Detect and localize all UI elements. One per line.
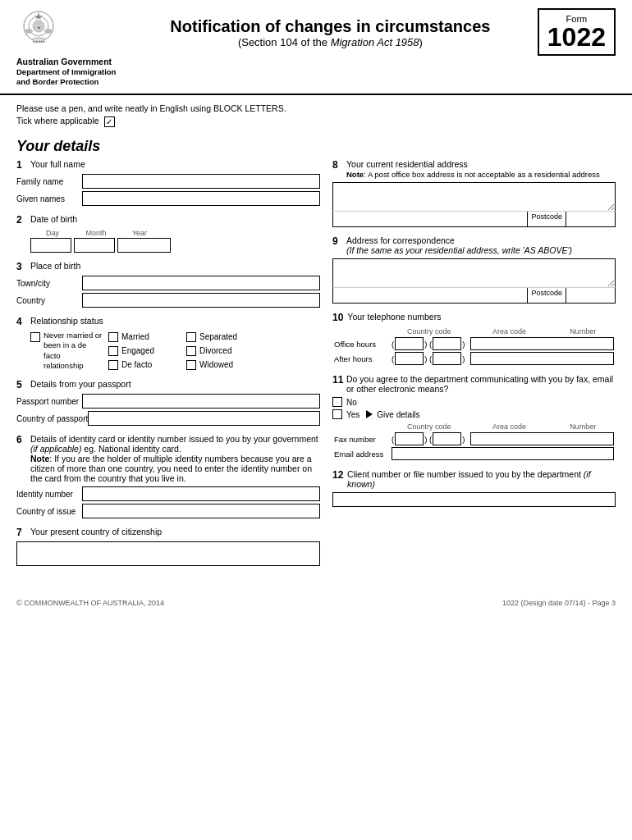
copyright-label: © COMMONWEALTH OF AUSTRALIA, 2014 (16, 599, 164, 607)
identity-number-input[interactable] (82, 486, 320, 501)
number-header: Number (550, 326, 616, 336)
yes-checkbox[interactable] (332, 409, 342, 419)
q8-postcode-input[interactable] (566, 212, 615, 226)
engaged-option[interactable]: Engaged (108, 345, 182, 357)
fax-area-code-input[interactable] (433, 432, 461, 445)
arrow-icon (366, 410, 373, 418)
birth-country-input[interactable] (82, 293, 320, 308)
fax-number-input[interactable] (470, 432, 614, 445)
engaged-checkbox[interactable] (108, 346, 118, 356)
q1-block: 1 Your full name Family name Given names (16, 159, 320, 206)
gov-label: Australian Government (16, 57, 112, 67)
never-married-label: Never married orbeen in a de factorelati… (44, 331, 104, 371)
q12-label: Client number or file number issued to y… (347, 469, 616, 489)
never-married-option[interactable]: Never married orbeen in a de factorelati… (30, 331, 104, 371)
given-names-label: Given names (16, 194, 82, 203)
office-country-code-input[interactable] (395, 337, 424, 350)
after-country-code-input[interactable] (395, 352, 424, 365)
svg-point-6 (44, 29, 53, 34)
q8-label: Your current residential address Note: A… (346, 159, 600, 179)
email-input[interactable] (392, 447, 614, 460)
dob-labels: Day Month Year (30, 229, 320, 237)
q2-number: 2 (16, 214, 26, 226)
divorced-option[interactable]: Divorced (186, 345, 285, 357)
town-label: Town/city (16, 279, 82, 288)
office-area-code-input[interactable] (433, 337, 461, 350)
q9-postcode-input[interactable] (566, 288, 615, 303)
correspondence-address-input[interactable] (332, 258, 616, 287)
identity-number-label: Identity number (16, 490, 82, 499)
dob-month-input[interactable] (74, 238, 115, 253)
widowed-label: Widowed (199, 360, 233, 369)
q8-postcode-label: Postcode (527, 212, 566, 226)
yes-label: Yes (346, 410, 360, 419)
passport-country-input[interactable] (88, 411, 320, 426)
q2-label: Date of birth (30, 214, 77, 224)
passport-number-input[interactable] (82, 394, 320, 409)
q2-block: 2 Date of birth Day Month Year (16, 214, 320, 253)
q10-number: 10 (332, 312, 343, 323)
instruction-line1: Please use a pen, and write neatly in En… (16, 103, 616, 113)
passport-number-label: Passport number (16, 397, 82, 406)
q12-block: 12 Client number or file number issued t… (332, 469, 616, 507)
married-checkbox[interactable] (108, 332, 118, 342)
header: ✦ ✦✦✦✦✦ Australian Government Department… (0, 0, 632, 95)
q10-block: 10 Your telephone numbers Country code A… (332, 312, 616, 366)
defacto-checkbox[interactable] (108, 360, 118, 370)
q7-label: Your present country of citizenship (30, 527, 162, 536)
form-number-box: Form 1022 (538, 8, 616, 56)
widowed-option[interactable]: Widowed (186, 358, 285, 371)
widowed-checkbox[interactable] (186, 360, 196, 370)
your-details-heading: Your details (16, 138, 616, 155)
office-hours-row: Office hours () () (332, 336, 616, 351)
q9-postcode-row: Postcode (332, 287, 616, 304)
town-input[interactable] (82, 276, 320, 290)
design-label: 1022 (Design date 07/14) - Page 3 (502, 599, 616, 607)
instructions: Please use a pen, and write neatly in En… (0, 95, 632, 134)
married-option[interactable]: Married (108, 331, 182, 343)
logo-block: ✦ ✦✦✦✦✦ Australian Government Department… (16, 8, 123, 87)
dob-day-input[interactable] (30, 238, 71, 253)
day-label: Day (32, 229, 73, 237)
family-name-input[interactable] (82, 174, 320, 189)
fax-label: Fax number (332, 431, 390, 446)
q5-block: 5 Details from your passport Passport nu… (16, 379, 320, 426)
q4-number: 4 (16, 316, 26, 327)
q9-label: Address for correspondence (If the same … (346, 235, 572, 255)
q3-number: 3 (16, 261, 26, 272)
q7-block: 7 Your present country of citizenship (16, 527, 320, 566)
residential-address-input[interactable] (332, 182, 616, 211)
divorced-checkbox[interactable] (186, 346, 196, 356)
citizenship-input[interactable] (16, 541, 320, 566)
section-title: Your details (0, 134, 632, 159)
separated-checkbox[interactable] (186, 332, 196, 342)
divorced-label: Divorced (199, 346, 231, 355)
after-number-input[interactable] (470, 352, 614, 365)
passport-country-label: Country of passport (16, 414, 88, 423)
after-hours-label: After hours (332, 351, 390, 366)
country-issue-input[interactable] (82, 504, 320, 518)
separated-label: Separated (199, 332, 237, 341)
q3-block: 3 Place of birth Town/city Country (16, 261, 320, 308)
defacto-option[interactable]: De facto (108, 358, 182, 371)
header-title: Notification of changes in circumstances… (131, 8, 529, 48)
passport-number-row: Passport number (16, 394, 320, 409)
given-names-row: Given names (16, 191, 320, 206)
instruction-line2: Tick where applicable ✓ (16, 116, 616, 127)
client-number-input[interactable] (332, 492, 616, 507)
dob-year-input[interactable] (117, 238, 171, 253)
right-column: 8 Your current residential address Note:… (332, 159, 616, 574)
fax-country-code-header: Country code (390, 422, 469, 431)
q1-label: Your full name (30, 159, 85, 169)
after-hours-row: After hours () () (332, 351, 616, 366)
office-number-input[interactable] (470, 337, 614, 350)
no-checkbox[interactable] (332, 397, 342, 407)
given-names-input[interactable] (82, 191, 320, 206)
separated-option[interactable]: Separated (186, 331, 285, 343)
never-married-checkbox[interactable] (30, 332, 40, 342)
tick-checkbox[interactable]: ✓ (104, 116, 115, 127)
fax-country-code-input[interactable] (395, 432, 424, 445)
after-area-code-input[interactable] (433, 352, 461, 365)
svg-text:✦✦✦✦✦: ✦✦✦✦✦ (33, 39, 46, 43)
office-hours-label: Office hours (332, 336, 390, 351)
